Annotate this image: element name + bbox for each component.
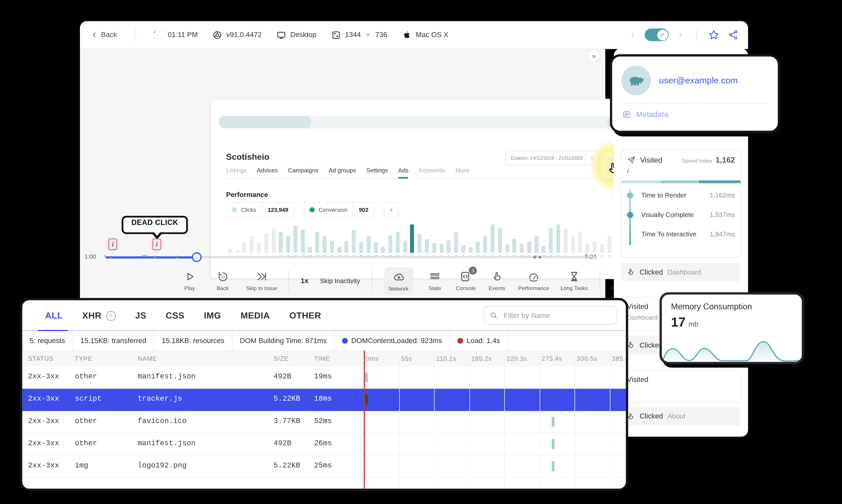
metric-chip-clicks[interactable]: Clicks123,949 — [226, 202, 294, 217]
timeline-current-time: 1:00 — [85, 253, 96, 260]
network-tab-xhr[interactable]: XHR? — [82, 310, 116, 321]
favorite-star-icon[interactable] — [708, 29, 720, 40]
network-tab-img[interactable]: IMG — [204, 310, 221, 321]
timeline-progress — [106, 256, 197, 258]
tick-55s: 55s — [401, 355, 412, 362]
mock-tab-ad-groups[interactable]: Ad groups — [329, 167, 356, 174]
chart-bar: 8 — [460, 220, 467, 258]
long-tasks-button[interactable]: Long Tasks — [561, 271, 588, 291]
chart-bar: 6 — [445, 220, 452, 258]
event-clicked-dashboard[interactable]: Clicked Dashboard — [621, 263, 741, 282]
network-row-tracker-js[interactable]: 2xx-3xxscripttracker.js5.22KB18ms — [22, 389, 626, 411]
chart-bar: 16 — [292, 220, 299, 258]
prev-session-button[interactable] — [629, 31, 637, 39]
metric-chip-conversion[interactable]: Conversion902 — [304, 202, 375, 217]
search-icon — [489, 311, 498, 320]
mock-tab-listings[interactable]: Listings — [226, 167, 247, 174]
timing-metrics: Time to Render1,162msVisually Complete1,… — [621, 183, 741, 249]
collapse-sidebar-button[interactable]: » — [587, 49, 601, 63]
add-metric-button[interactable]: + — [384, 202, 399, 217]
network-tab-js[interactable]: JS — [135, 310, 146, 321]
click-hand-icon — [626, 268, 635, 276]
mock-tab-ads[interactable]: Ads — [398, 167, 409, 174]
network-filter[interactable] — [483, 306, 617, 325]
network-tab-all[interactable]: ALL — [45, 310, 63, 321]
replayed-page: Scotisheio Custom: 14/12/2019 - 21/01/20… — [210, 99, 650, 279]
skip-inactivity-button[interactable]: Skip Inactivity — [320, 277, 360, 284]
network-row-manifest-json[interactable]: 2xx-3xxothermanifest.json492B26ms — [22, 433, 626, 455]
event-visited-card[interactable]: Visited Speed Index 1,162 / Time to Rend… — [621, 149, 741, 258]
chart-bar: 14 — [277, 220, 284, 258]
metric-visually-complete: Visually Complete1,537ms — [627, 205, 735, 224]
chart-bar: 2 — [416, 220, 423, 258]
chart-bar: 31 — [401, 220, 409, 258]
back-button[interactable]: 10Back — [213, 271, 232, 291]
mock-tab-keywords[interactable]: Keywords — [419, 167, 445, 174]
tick-110-1s: 110.1s — [436, 355, 456, 362]
autoplay-toggle[interactable]: ✓ — [645, 29, 668, 41]
help-icon[interactable]: ? — [106, 311, 116, 321]
speed-button[interactable]: 1x — [301, 277, 308, 285]
back-button[interactable]: Back — [90, 31, 117, 39]
network-tab-css[interactable]: CSS — [166, 310, 184, 321]
event-visited[interactable]: Visited — [621, 370, 741, 403]
console-button[interactable]: 3Console — [456, 271, 476, 291]
network-tab-other[interactable]: OTHER — [289, 310, 321, 321]
session-toolbar: Back 01:11 PM v91.0.4472 Desktop 1344 × … — [80, 21, 748, 49]
timing-segments — [621, 180, 741, 183]
mock-tab-advices[interactable]: Advices — [257, 167, 278, 174]
tick-330-5s: 330.5s — [577, 355, 597, 362]
next-session-button[interactable] — [677, 31, 684, 39]
timeline-event-dot[interactable] — [175, 255, 178, 258]
state-button[interactable]: State — [425, 271, 444, 291]
performance-heading: Performance — [226, 191, 268, 199]
network-tab-media[interactable]: MEDIA — [240, 310, 270, 321]
memory-value: 17 — [671, 314, 685, 330]
user-card: user@example.com Metadata — [610, 54, 780, 133]
back-label: Back — [101, 31, 117, 39]
share-icon[interactable] — [728, 29, 739, 40]
chart-bar: 10 — [474, 220, 481, 258]
event-cluster-marks: « — [103, 253, 105, 258]
chart-bar: 28 — [379, 220, 387, 258]
skip-to-issue-button[interactable]: Skip to Issue — [246, 271, 277, 291]
session-time: 01:11 PM — [154, 31, 198, 39]
event-clicked-about[interactable]: Clicked About — [621, 407, 741, 426]
summary-dom-building-time: DOM Building Time: 871ms — [232, 331, 335, 350]
network-button[interactable]: Network — [383, 267, 414, 294]
chart-bar: 17 — [525, 220, 533, 258]
memory-wave-chart — [662, 337, 802, 362]
chart-bar: 15 — [511, 220, 518, 258]
metadata-button[interactable]: Metadata — [612, 104, 778, 119]
chart-bar: 26 — [365, 220, 372, 258]
chart-bar: 1 — [409, 220, 416, 258]
filter-input[interactable] — [502, 311, 610, 320]
timeline-playhead[interactable] — [192, 252, 201, 262]
chart-bar: 22 — [562, 220, 569, 258]
country-flag-icon — [154, 32, 164, 38]
monitor-icon — [276, 30, 286, 40]
viewport-resolution: 1344 × 736 — [331, 30, 387, 40]
issue-info-icon: i — [153, 238, 161, 250]
mock-tab-more[interactable]: More — [455, 167, 469, 174]
events-button[interactable]: Events — [487, 271, 507, 291]
event-cluster-marks: ««« — [142, 253, 147, 258]
chart-bar: 28 — [606, 220, 613, 258]
chart-bar: 23 — [569, 220, 576, 258]
chart-bar: 14 — [503, 220, 511, 258]
issue-marker[interactable]: i — [105, 237, 120, 252]
waterfall-bar — [552, 439, 555, 449]
tick-0ms: 0ms — [366, 355, 379, 362]
network-row-manifest-json[interactable]: 2xx-3xxothermanifest.json492B19ms — [22, 366, 626, 389]
date-range-value: Custom: 14/12/2019 - 21/01/2020 — [506, 155, 585, 161]
network-row-favicon-ico[interactable]: 2xx-3xxotherfavicon.ico3.77KB52ms — [22, 411, 626, 433]
network-row-logo192-png[interactable]: 2xx-3xximglogo192.png5.22KB25ms — [22, 455, 626, 478]
user-email[interactable]: user@example.com — [659, 75, 738, 86]
performance-button[interactable]: Performance — [518, 271, 549, 291]
page-title: Scotisheio — [226, 152, 269, 162]
mock-tab-settings[interactable]: Settings — [366, 167, 388, 174]
mock-tab-campaigns[interactable]: Campaigns — [288, 167, 318, 174]
chart-bar: 21 — [555, 220, 562, 258]
play-button[interactable]: Play — [180, 271, 199, 291]
date-range-select[interactable]: Custom: 14/12/2019 - 21/01/2020 — [505, 151, 599, 165]
